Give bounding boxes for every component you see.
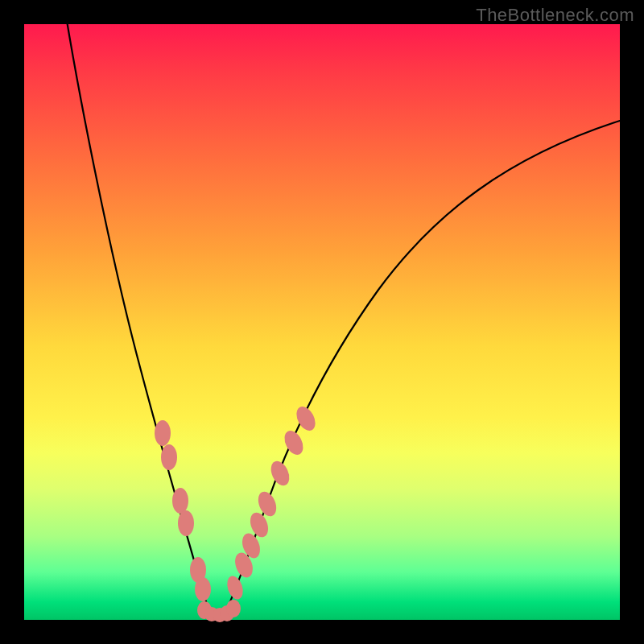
bottleneck-curve <box>24 24 620 620</box>
svg-point-18 <box>226 600 241 617</box>
svg-point-5 <box>195 577 211 601</box>
beads-right <box>225 403 320 601</box>
watermark-text: TheBottleneck.com <box>476 5 634 26</box>
svg-point-3 <box>178 510 194 536</box>
svg-point-0 <box>155 420 171 446</box>
svg-point-6 <box>225 574 246 601</box>
chart-plot-area <box>24 24 620 620</box>
svg-point-12 <box>281 427 307 458</box>
beads-bottom <box>197 600 241 622</box>
svg-point-1 <box>161 444 177 470</box>
curve-right-branch <box>224 121 620 616</box>
svg-point-2 <box>172 488 188 514</box>
beads-left <box>155 420 211 601</box>
svg-point-11 <box>267 458 293 488</box>
